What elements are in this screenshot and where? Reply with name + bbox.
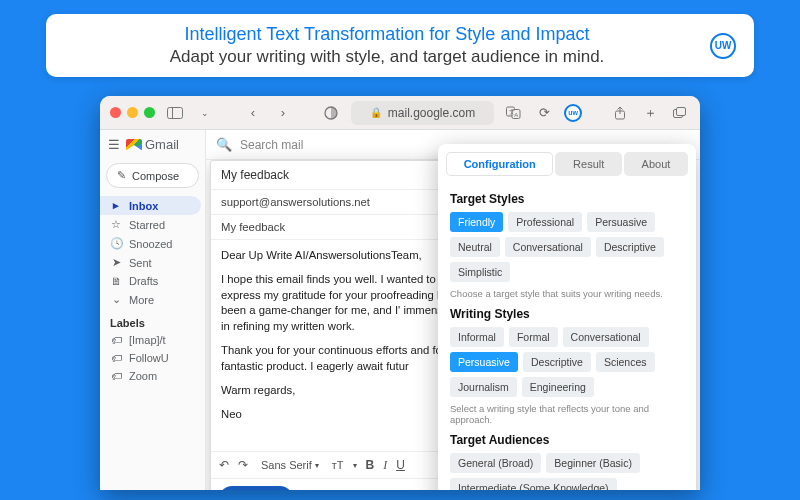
font-size-icon[interactable]: тТ bbox=[332, 459, 344, 471]
italic-icon[interactable]: I bbox=[383, 458, 387, 473]
forward-icon[interactable]: › bbox=[273, 103, 293, 123]
undo-icon[interactable]: ↶ bbox=[219, 458, 229, 472]
translate-icon[interactable]: 文A bbox=[504, 103, 524, 123]
shield-icon[interactable] bbox=[321, 103, 341, 123]
sidebar-item-label: More bbox=[129, 294, 154, 306]
bold-icon[interactable]: B bbox=[366, 458, 375, 472]
target-style-chip[interactable]: Persuasive bbox=[587, 212, 655, 232]
star-icon: ☆ bbox=[110, 218, 122, 231]
writing-style-chip[interactable]: Persuasive bbox=[450, 352, 518, 372]
sidebar-toggle-icon[interactable] bbox=[165, 103, 185, 123]
more-icon: ⌄ bbox=[110, 293, 122, 306]
sidebar-item-label: Drafts bbox=[129, 275, 158, 287]
inbox-icon: ▸ bbox=[110, 199, 122, 212]
promo-banner: Intelligent Text Transformation for Styl… bbox=[46, 14, 754, 77]
labels-section-title: Labels bbox=[100, 309, 205, 331]
extension-popover: ConfigurationResultAbout Target Styles F… bbox=[438, 144, 696, 490]
target-style-chip[interactable]: Neutral bbox=[450, 237, 500, 257]
compose-label: Compose bbox=[132, 170, 179, 182]
section-title-writing-styles: Writing Styles bbox=[450, 307, 684, 321]
close-window-icon[interactable] bbox=[110, 107, 121, 118]
writing-style-chip[interactable]: Journalism bbox=[450, 377, 517, 397]
sidebar-item-more[interactable]: ⌄More bbox=[100, 290, 205, 309]
sidebar-item-inbox[interactable]: ▸Inbox bbox=[100, 196, 201, 215]
chevron-down-icon: ▾ bbox=[353, 461, 357, 470]
back-icon[interactable]: ‹ bbox=[243, 103, 263, 123]
writing-style-chip[interactable]: Sciences bbox=[596, 352, 655, 372]
safari-window: ⌄ ‹ › 🔒 mail.google.com 文A ⟳ uw ＋ ☰ bbox=[100, 96, 700, 490]
draft-icon: 🗎 bbox=[110, 275, 122, 287]
banner-title: Intelligent Text Transformation for Styl… bbox=[64, 24, 710, 45]
popover-tabs: ConfigurationResultAbout bbox=[438, 144, 696, 176]
label-item[interactable]: 🏷FollowU bbox=[100, 349, 205, 367]
popover-body[interactable]: Target Styles FriendlyProfessionalPersua… bbox=[438, 176, 696, 490]
sent-icon: ➤ bbox=[110, 256, 122, 269]
address-bar[interactable]: 🔒 mail.google.com bbox=[351, 101, 494, 125]
target-style-chip[interactable]: Simplistic bbox=[450, 262, 510, 282]
tag-icon: 🏷 bbox=[110, 370, 122, 382]
gmail-header: ☰ Gmail bbox=[100, 130, 205, 159]
writing-style-chip[interactable]: Descriptive bbox=[523, 352, 591, 372]
sidebar-item-label: Starred bbox=[129, 219, 165, 231]
sidebar-item-label: Inbox bbox=[129, 200, 158, 212]
sidebar-item-label: Snoozed bbox=[129, 238, 172, 250]
tabs-overview-icon[interactable] bbox=[670, 103, 690, 123]
banner-subtitle: Adapt your writing with style, and targe… bbox=[64, 47, 710, 67]
target-style-chip[interactable]: Professional bbox=[508, 212, 582, 232]
gmail-logo[interactable]: Gmail bbox=[126, 137, 179, 152]
clock-icon: 🕓 bbox=[110, 237, 122, 250]
label-item-text: [Imap]/t bbox=[129, 334, 166, 346]
target-style-chip[interactable]: Descriptive bbox=[596, 237, 664, 257]
writing-style-chip[interactable]: Formal bbox=[509, 327, 558, 347]
tag-icon: 🏷 bbox=[110, 352, 122, 364]
chevron-down-icon[interactable]: ⌄ bbox=[195, 103, 215, 123]
sidebar-item-snoozed[interactable]: 🕓Snoozed bbox=[100, 234, 205, 253]
label-item-text: Zoom bbox=[129, 370, 157, 382]
popover-tab-result[interactable]: Result bbox=[555, 152, 622, 176]
writing-style-chip[interactable]: Informal bbox=[450, 327, 504, 347]
address-text: mail.google.com bbox=[388, 106, 475, 120]
section-title-target-audiences: Target Audiences bbox=[450, 433, 684, 447]
section-title-target-styles: Target Styles bbox=[450, 192, 684, 206]
chevron-down-icon: ▾ bbox=[315, 461, 319, 470]
sidebar-item-starred[interactable]: ☆Starred bbox=[100, 215, 205, 234]
font-select[interactable]: Sans Serif ▾ bbox=[257, 457, 323, 473]
banner-logo-icon: UW bbox=[710, 33, 736, 59]
redo-icon[interactable]: ↷ bbox=[238, 458, 248, 472]
promo-banner-text: Intelligent Text Transformation for Styl… bbox=[64, 24, 710, 67]
reload-icon[interactable]: ⟳ bbox=[534, 103, 554, 123]
hint-writing-styles: Select a writing style that reflects you… bbox=[450, 403, 684, 425]
window-traffic-lights[interactable] bbox=[110, 107, 155, 118]
sidebar-item-sent[interactable]: ➤Sent bbox=[100, 253, 205, 272]
share-icon[interactable] bbox=[610, 103, 630, 123]
pencil-icon: ✎ bbox=[117, 169, 126, 182]
new-tab-icon[interactable]: ＋ bbox=[640, 103, 660, 123]
target-audience-chip[interactable]: Intermediate (Some Knowledge) bbox=[450, 478, 617, 490]
popover-tab-about[interactable]: About bbox=[624, 152, 688, 176]
lock-icon: 🔒 bbox=[370, 107, 382, 118]
gmail-sidebar: ☰ Gmail ✎ Compose ▸Inbox☆Starred🕓Snoozed… bbox=[100, 130, 206, 490]
writing-style-chip[interactable]: Engineering bbox=[522, 377, 594, 397]
maximize-window-icon[interactable] bbox=[144, 107, 155, 118]
sidebar-item-drafts[interactable]: 🗎Drafts bbox=[100, 272, 205, 290]
popover-tab-configuration[interactable]: Configuration bbox=[446, 152, 553, 176]
writing-style-chip[interactable]: Conversational bbox=[563, 327, 649, 347]
target-style-chip[interactable]: Conversational bbox=[505, 237, 591, 257]
label-item[interactable]: 🏷Zoom bbox=[100, 367, 205, 385]
search-icon: 🔍 bbox=[216, 137, 232, 152]
compose-button[interactable]: ✎ Compose bbox=[106, 163, 199, 188]
label-item-text: FollowU bbox=[129, 352, 169, 364]
underline-icon[interactable]: U bbox=[396, 458, 405, 472]
hamburger-icon[interactable]: ☰ bbox=[108, 137, 120, 152]
window-titlebar: ⌄ ‹ › 🔒 mail.google.com 文A ⟳ uw ＋ bbox=[100, 96, 700, 130]
svg-rect-0 bbox=[168, 107, 183, 118]
target-style-chip[interactable]: Friendly bbox=[450, 212, 503, 232]
target-audience-chip[interactable]: Beginner (Basic) bbox=[546, 453, 640, 473]
font-name: Sans Serif bbox=[261, 459, 312, 471]
target-audience-chip[interactable]: General (Broad) bbox=[450, 453, 541, 473]
label-item[interactable]: 🏷[Imap]/t bbox=[100, 331, 205, 349]
extension-upwrite-icon[interactable]: uw bbox=[564, 104, 582, 122]
send-button[interactable]: Send ▾ bbox=[219, 486, 293, 490]
svg-rect-9 bbox=[677, 107, 686, 115]
minimize-window-icon[interactable] bbox=[127, 107, 138, 118]
